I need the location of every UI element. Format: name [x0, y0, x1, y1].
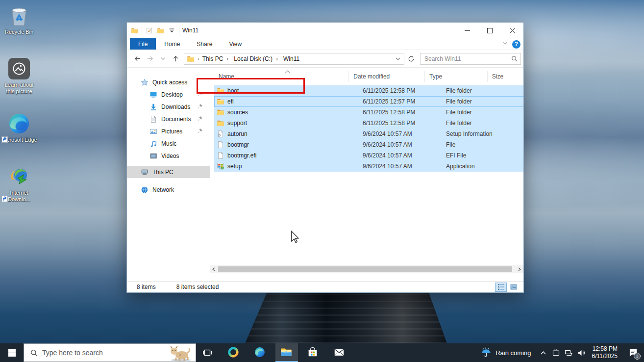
sidebar-item[interactable]: Desktop — [127, 88, 210, 101]
sidebar-item-label: Music — [161, 140, 176, 147]
column-header[interactable]: Type — [425, 71, 488, 82]
sidebar-item[interactable]: Videos — [127, 150, 210, 162]
table-row[interactable]: efi 6/11/2025 12:57 PM File folder — [214, 96, 523, 107]
file-date-modified: 6/11/2025 12:58 PM — [363, 120, 446, 127]
column-header[interactable]: Name — [210, 71, 349, 82]
selected-count: 8 items selected — [176, 284, 219, 290]
ribbon-tab[interactable]: View — [221, 38, 250, 50]
minimize-button[interactable] — [456, 23, 478, 38]
ribbon-tab[interactable]: File — [130, 38, 156, 50]
help-button[interactable]: ? — [512, 40, 520, 49]
scrollbar-track[interactable] — [218, 265, 516, 273]
file-explorer-icon — [280, 346, 293, 359]
sidebar-item[interactable]: Quick access — [127, 76, 210, 88]
breadcrumb-segment[interactable]: Win11 — [282, 55, 300, 62]
search-highlight-cat-image[interactable] — [164, 345, 195, 362]
ribbon-tab[interactable]: Share — [188, 38, 221, 50]
file-name: setup — [227, 163, 242, 170]
title-bar[interactable]: Win11 — [127, 23, 523, 38]
file-type: File folder — [446, 120, 515, 127]
customize-dropdown-icon[interactable] — [168, 26, 176, 35]
clock-time: 12:58 PM — [592, 345, 618, 353]
column-header[interactable]: Date modified — [349, 71, 425, 82]
forward-button[interactable] — [145, 53, 155, 64]
star-icon — [141, 78, 149, 86]
taskbar-app-button[interactable] — [249, 343, 272, 362]
file-name: autorun — [227, 130, 248, 137]
tablet-pc-icon[interactable] — [550, 343, 563, 362]
address-dropdown-icon[interactable] — [394, 56, 402, 61]
sidebar-item-label: This PC — [152, 169, 173, 176]
screen: Recycle Bin Learn about this picture Mic… — [0, 0, 644, 362]
refresh-icon[interactable] — [406, 53, 417, 64]
properties-icon[interactable] — [145, 26, 153, 35]
file-date-modified: 9/6/2024 10:57 AM — [363, 141, 446, 148]
taskbar-app-button[interactable] — [275, 343, 298, 362]
details-view-button[interactable] — [495, 283, 507, 292]
mail-icon — [333, 346, 346, 359]
table-row[interactable]: autorun 9/6/2024 10:57 AM Setup Informat… — [214, 129, 523, 139]
scrollbar-thumb[interactable] — [218, 266, 512, 272]
sidebar-item-label: Network — [152, 186, 174, 193]
close-button[interactable] — [501, 23, 523, 38]
items-count: 8 items — [137, 284, 156, 290]
network-ethernet-icon[interactable] — [563, 343, 575, 362]
table-row[interactable]: boot 6/11/2025 12:58 PM File folder — [214, 85, 523, 96]
taskbar-app-button[interactable] — [328, 343, 351, 362]
sidebar-item[interactable]: This PC — [127, 166, 210, 178]
sidebar-item-label: Documents — [161, 116, 191, 123]
sidebar-item[interactable]: Pictures — [127, 125, 210, 137]
taskbar-clock[interactable]: 12:58 PM 6/11/2025 — [588, 345, 623, 360]
pin-icon — [197, 91, 203, 98]
volume-icon[interactable] — [575, 343, 588, 362]
action-center-button[interactable]: 3 — [622, 343, 644, 362]
scroll-left-arrow[interactable] — [210, 265, 218, 273]
desktop-icon[interactable]: Learn about this picture — [1, 57, 37, 95]
file-explorer-window: Win11 ? File Home Share View — [126, 22, 524, 293]
table-row[interactable]: setup 9/6/2024 10:57 AM Application — [214, 161, 523, 172]
up-button[interactable] — [170, 53, 181, 64]
scroll-right-arrow[interactable] — [516, 265, 523, 273]
thispc-icon — [141, 168, 149, 176]
task-view-button[interactable] — [196, 343, 219, 362]
ribbon-tab[interactable]: Home — [156, 38, 188, 50]
taskbar-search — [24, 343, 196, 362]
sidebar-item[interactable]: Downloads — [127, 101, 210, 113]
ribbon-tabs: ? File Home Share View — [127, 38, 523, 50]
chevron-right-icon[interactable]: › — [196, 56, 201, 62]
sidebar-item-label: Quick access — [152, 79, 187, 86]
app-icon — [217, 162, 224, 170]
weather-widget[interactable]: Rain coming — [475, 347, 537, 359]
table-row[interactable]: bootmgr 9/6/2024 10:57 AM File — [214, 139, 523, 150]
sort-ascending-indicator — [285, 68, 291, 72]
table-row[interactable]: bootmgr.efi 9/6/2024 10:57 AM EFI File — [214, 150, 523, 161]
large-icons-view-button[interactable] — [508, 283, 520, 292]
ribbon-collapse-icon[interactable] — [502, 41, 508, 48]
maximize-button[interactable] — [478, 23, 501, 38]
idm-icon — [7, 165, 31, 188]
recent-locations-icon[interactable] — [157, 53, 168, 64]
breadcrumb-segment[interactable]: This PC — [201, 55, 233, 62]
start-button[interactable] — [0, 343, 24, 362]
back-button[interactable] — [132, 53, 143, 64]
address-bar[interactable]: › This PCLocal Disk (C:)Win11 — [184, 53, 404, 65]
status-bar: 8 items 8 items selected — [127, 281, 523, 292]
sidebar-item[interactable]: Documents — [127, 113, 210, 125]
recycle-bin-icon — [7, 4, 31, 27]
chevron-up-icon[interactable] — [537, 343, 550, 362]
sidebar-item[interactable]: Music — [127, 137, 210, 150]
column-header[interactable]: Size — [488, 71, 523, 82]
desktop-icon[interactable]: Internet Downlo... — [1, 165, 37, 203]
search-input[interactable] — [421, 55, 508, 62]
taskbar-app-button[interactable] — [223, 343, 245, 362]
sidebar-item[interactable]: Network — [127, 183, 210, 196]
file-icon — [217, 152, 224, 159]
taskbar-app-button[interactable] — [302, 343, 324, 362]
desktop-icon[interactable]: Microsoft Edge — [1, 112, 37, 143]
table-row[interactable]: support 6/11/2025 12:58 PM File folder — [214, 118, 523, 129]
new-folder-icon[interactable] — [156, 26, 165, 35]
search-icon[interactable] — [511, 55, 518, 62]
desktop-icon[interactable]: Recycle Bin — [1, 4, 37, 35]
breadcrumb-segment[interactable]: Local Disk (C:) — [233, 55, 282, 62]
table-row[interactable]: sources 6/11/2025 12:58 PM File folder — [214, 107, 523, 118]
